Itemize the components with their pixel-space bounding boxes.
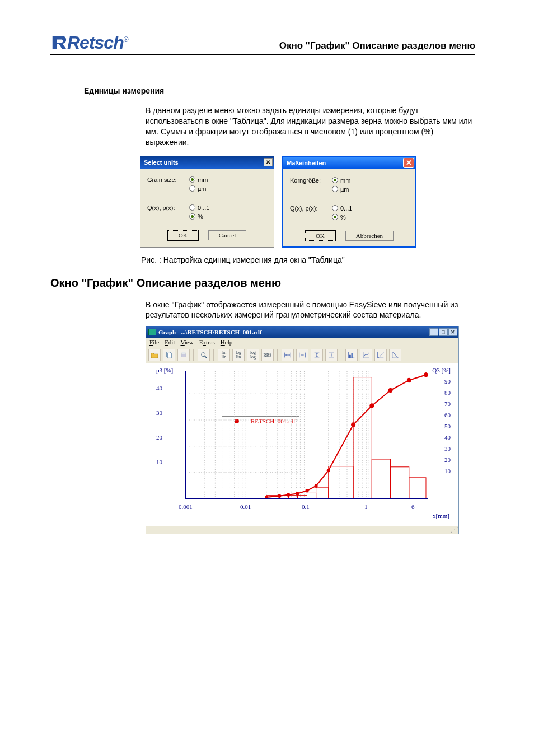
svg-point-4 bbox=[202, 353, 205, 357]
y-left-tick: 30 bbox=[156, 409, 162, 416]
close-icon[interactable]: ✕ bbox=[403, 158, 414, 168]
svg-rect-3 bbox=[182, 352, 185, 354]
x-tick: 0.1 bbox=[302, 503, 310, 510]
heading-graph-window: Окно "График" Описание разделов меню bbox=[50, 277, 475, 290]
autoscale-x-icon[interactable] bbox=[282, 349, 294, 361]
label-qx-px: Q(x), p(x): bbox=[290, 205, 332, 212]
svg-point-47 bbox=[287, 493, 290, 497]
paragraph-graph-intro: В окне "График" отображается измеренный … bbox=[146, 300, 475, 321]
radio-um[interactable]: µm bbox=[332, 186, 349, 193]
section-title: Единицы измерения bbox=[84, 86, 475, 95]
scale-loglin-button[interactable]: loglin bbox=[232, 349, 245, 361]
cancel-button[interactable]: Abbrechen bbox=[345, 231, 394, 241]
scale-linlin-button[interactable]: linlin bbox=[218, 349, 230, 361]
print-icon[interactable] bbox=[177, 349, 190, 361]
graph-window-title: Graph - ...\RETSCH\RETSCH_001.rdf bbox=[158, 329, 262, 335]
cancel-button[interactable]: Cancel bbox=[208, 230, 247, 240]
svg-point-52 bbox=[351, 423, 355, 427]
svg-point-51 bbox=[327, 469, 330, 472]
dialog-title: Select units bbox=[144, 159, 179, 166]
open-icon[interactable] bbox=[148, 349, 161, 361]
label-korngroesse: Korngröße: bbox=[290, 177, 332, 184]
brand-text: Retsch bbox=[67, 32, 124, 53]
autoscale-y2-icon[interactable] bbox=[325, 349, 338, 361]
svg-rect-42 bbox=[372, 459, 390, 498]
plot-area: p3 [%] 40 30 20 10 Q3 [%] 90 80 70 60 50… bbox=[146, 363, 458, 526]
label-grain-size: Grain size: bbox=[147, 176, 189, 183]
chart-type-cum-icon[interactable] bbox=[374, 349, 387, 361]
y-right-tick: 30 bbox=[444, 445, 451, 452]
svg-rect-40 bbox=[329, 466, 353, 498]
toolbar: linlin loglin loglog RRS bbox=[146, 347, 458, 363]
svg-rect-39 bbox=[316, 488, 329, 498]
x-tick: 1 bbox=[364, 503, 368, 510]
y-right-tick: 60 bbox=[444, 412, 451, 418]
plot-svg bbox=[186, 371, 428, 498]
svg-point-46 bbox=[278, 494, 281, 498]
x-tick: 6 bbox=[411, 503, 415, 510]
page-header-title: Окно "График" Описание разделов меню bbox=[279, 40, 475, 52]
ok-button[interactable]: OK bbox=[168, 230, 198, 240]
zoom-icon[interactable] bbox=[198, 349, 210, 361]
autoscale-x2-icon[interactable] bbox=[296, 349, 308, 361]
scale-rrs-button[interactable]: RRS bbox=[261, 349, 274, 361]
scale-loglog-button[interactable]: loglog bbox=[247, 349, 259, 361]
radio-01[interactable]: 0...1 bbox=[189, 204, 209, 211]
y-right-tick: 70 bbox=[444, 400, 451, 407]
svg-point-49 bbox=[305, 489, 308, 492]
y-left-tick: 40 bbox=[156, 385, 162, 391]
radio-percent[interactable]: % bbox=[189, 213, 203, 220]
svg-line-5 bbox=[205, 356, 207, 358]
y-right-tick: 40 bbox=[444, 434, 451, 441]
svg-rect-43 bbox=[391, 467, 409, 498]
radio-01[interactable]: 0...1 bbox=[332, 205, 352, 212]
section-paragraph: В данном разделе меню можно задать едини… bbox=[146, 105, 475, 148]
y-right-tick: 10 bbox=[444, 468, 451, 474]
dialog-title: Maßeinheiten bbox=[287, 160, 326, 166]
menu-edit[interactable]: Edit bbox=[165, 339, 175, 346]
menu-view[interactable]: View bbox=[180, 339, 193, 346]
menu-bar: File Edit View Extras Help bbox=[146, 338, 458, 347]
ok-button[interactable]: OK bbox=[305, 231, 335, 241]
close-icon[interactable]: ✕ bbox=[448, 328, 457, 336]
figure-caption: Рис. : Настройка единиц измерения для ок… bbox=[141, 255, 475, 264]
svg-rect-1 bbox=[167, 353, 171, 358]
x-tick: 0.01 bbox=[240, 503, 251, 510]
minimize-icon[interactable]: _ bbox=[429, 328, 438, 336]
y-left-tick: 10 bbox=[156, 459, 162, 465]
radio-mm[interactable]: mm bbox=[332, 177, 350, 184]
status-bar: ⋰ bbox=[146, 526, 458, 534]
svg-point-55 bbox=[407, 378, 411, 382]
svg-rect-2 bbox=[181, 354, 186, 357]
svg-point-45 bbox=[265, 496, 268, 498]
chart-type-line-icon[interactable] bbox=[360, 349, 372, 361]
graph-window: Graph - ...\RETSCH\RETSCH_001.rdf _ □ ✕ … bbox=[146, 326, 459, 534]
svg-point-53 bbox=[369, 404, 374, 408]
radio-mm[interactable]: mm bbox=[189, 176, 208, 183]
copy-icon[interactable] bbox=[163, 349, 175, 361]
menu-file[interactable]: File bbox=[149, 339, 159, 346]
chart-type-bar-icon[interactable] bbox=[345, 349, 358, 361]
autoscale-y-icon[interactable] bbox=[311, 349, 323, 361]
y-left-tick: 20 bbox=[156, 434, 162, 441]
svg-point-50 bbox=[315, 484, 318, 488]
label-qx-px: Q(x), p(x): bbox=[147, 204, 189, 211]
menu-extras[interactable]: Extras bbox=[199, 339, 215, 346]
y-right-tick: 80 bbox=[444, 389, 451, 396]
close-icon[interactable]: ✕ bbox=[264, 158, 273, 166]
svg-point-48 bbox=[296, 492, 299, 496]
svg-point-54 bbox=[388, 388, 393, 393]
radio-percent[interactable]: % bbox=[332, 214, 346, 221]
svg-rect-44 bbox=[409, 478, 426, 498]
y-right-tick: 50 bbox=[444, 423, 451, 430]
svg-rect-38 bbox=[307, 493, 316, 499]
radio-um[interactable]: µm bbox=[189, 185, 207, 192]
resize-grip-icon[interactable]: ⋰ bbox=[451, 526, 457, 533]
y-right-title: Q3 [%] bbox=[432, 367, 451, 374]
dialog-select-units-de: Maßeinheiten ✕ Korngröße: mm µm Q(x), p(… bbox=[282, 156, 416, 248]
x-axis-unit: x[mm] bbox=[433, 512, 449, 519]
maximize-icon[interactable]: □ bbox=[439, 328, 448, 336]
chart-type-cum2-icon[interactable] bbox=[389, 349, 401, 361]
menu-help[interactable]: Help bbox=[221, 339, 232, 346]
x-tick: 0.001 bbox=[179, 503, 193, 510]
